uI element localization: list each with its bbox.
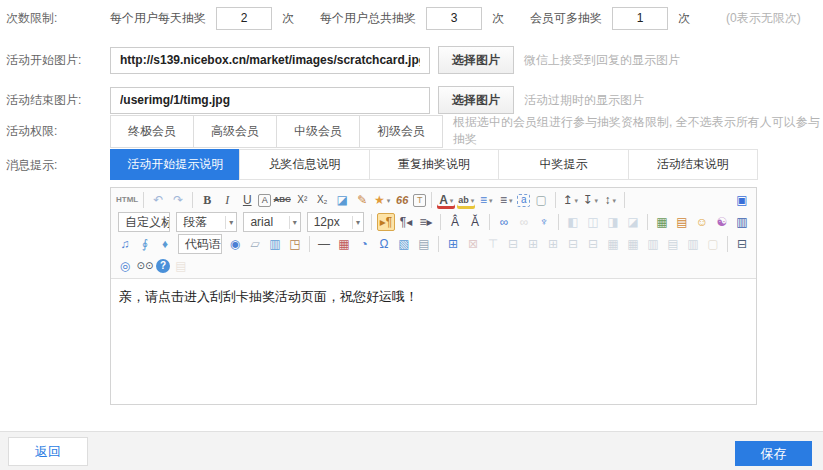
editor-toolbar: HTML↶↷BIUAABCX²X₂◪✎★▾66TA▾ab▾≡▾≡▾a▢↥▾↧▾↕… [111, 188, 756, 279]
save-button[interactable]: 保存 [735, 441, 812, 466]
start-image-input[interactable] [110, 47, 430, 74]
insert-row-icon: ⊞ [524, 235, 542, 253]
font-size-select[interactable]: 12px▾ [307, 212, 364, 232]
insert-link-icon[interactable]: ∞ [495, 213, 513, 231]
insert-music-icon[interactable]: ♫ [116, 235, 134, 253]
ltr-paragraph-icon[interactable]: ¶◂ [397, 213, 415, 231]
paragraph-top-spacing-icon[interactable]: ↥▾ [561, 191, 579, 209]
member-group-button-3[interactable]: 中级会员 [276, 115, 360, 148]
remove-format-icon[interactable]: ◪ [333, 191, 351, 209]
insert-chart-icon[interactable]: ▧ [395, 235, 413, 253]
scrawl-icon[interactable]: ☯ [713, 213, 731, 231]
font-color-icon[interactable]: A▾ [437, 191, 455, 209]
message-tab-4[interactable]: 中奖提示 [498, 149, 628, 180]
insert-time-icon[interactable]: ◔ [355, 235, 373, 253]
member-group-button-4[interactable]: 初级会员 [359, 115, 443, 148]
permission-label: 活动权限: [0, 123, 110, 140]
insert-columns-icon[interactable]: ▥ [266, 235, 284, 253]
delete-row-icon: ⊟ [564, 235, 582, 253]
help-icon[interactable]: ? [156, 259, 170, 273]
member-group-button-2[interactable]: 高级会员 [193, 115, 277, 148]
message-tab-2[interactable]: 兑奖信息说明 [239, 149, 369, 180]
special-character-icon[interactable]: Ω [375, 235, 393, 253]
total-input[interactable] [426, 7, 482, 30]
font-family-select[interactable]: arial▾ [243, 212, 300, 232]
snapshot-icon[interactable]: ▱ [246, 235, 264, 253]
view-source-icon[interactable]: HTML [116, 191, 138, 209]
blockquote-icon[interactable]: 66 [393, 191, 411, 209]
permission-row: 活动权限: 终极会员高级会员中级会员初级会员 根据选中的会员组进行参与抽奖资格限… [0, 116, 823, 146]
end-image-label: 活动结束图片: [0, 92, 110, 109]
to-uppercase-icon[interactable]: Â [446, 213, 464, 231]
rich-text-editor: HTML↶↷BIUAABCX²X₂◪✎★▾66TA▾ab▾≡▾≡▾a▢↥▾↧▾↕… [110, 187, 757, 405]
photo-album-icon[interactable]: ▤ [673, 213, 691, 231]
insert-date-icon[interactable]: ▦ [335, 235, 353, 253]
start-image-row: 活动开始图片: 选择图片 微信上接受到回复的显示图片 [0, 45, 823, 75]
insert-video-icon[interactable]: ▥ [733, 213, 751, 231]
back-button[interactable]: 返回 [8, 437, 88, 466]
anchor-icon[interactable]: a [517, 194, 530, 207]
paragraph-format-select[interactable]: 段落▾ [176, 212, 237, 232]
emoji-icon[interactable]: ☺ [693, 213, 711, 231]
insert-image-icon[interactable]: ▦ [653, 213, 671, 231]
end-image-input[interactable] [110, 87, 430, 114]
merge-cells-down-icon: ▦ [624, 235, 642, 253]
underline-icon[interactable]: U [238, 191, 256, 209]
remove-link-icon: ∞ [515, 213, 533, 231]
subscript-icon[interactable]: X₂ [313, 191, 331, 209]
horizontal-rule-icon[interactable]: — [315, 235, 333, 253]
custom-title-select[interactable]: 自定义标题▾ [118, 212, 170, 232]
google-map-icon[interactable]: ◉ [226, 235, 244, 253]
message-tab-3[interactable]: 重复抽奖说明 [369, 149, 499, 180]
image-inline-icon: ◪ [624, 213, 642, 231]
superscript-icon[interactable]: X² [293, 191, 311, 209]
paragraph-indent-icon[interactable]: ≡▸ [417, 213, 435, 231]
font-border-icon[interactable]: A [258, 194, 271, 207]
start-image-pick-button[interactable]: 选择图片 [438, 46, 514, 74]
insert-table-icon[interactable]: ⊞ [444, 235, 462, 253]
preview-icon[interactable]: ◎ [116, 257, 134, 275]
line-height-icon[interactable]: ↕▾ [601, 191, 619, 209]
auto-typeset-icon[interactable]: ★▾ [373, 191, 391, 209]
strikethrough-icon[interactable]: ABC [273, 191, 291, 209]
end-image-hint: 活动过期时的显示图片 [524, 92, 644, 109]
paragraph-bottom-spacing-icon[interactable]: ↧▾ [581, 191, 599, 209]
redo-icon[interactable]: ↷ [169, 191, 187, 209]
screenshot-icon[interactable]: ◳ [286, 235, 304, 253]
insert-anchor-icon[interactable]: ♆ [535, 213, 553, 231]
per-day-input[interactable] [216, 7, 272, 30]
insert-attachment-icon[interactable]: ∮ [136, 235, 154, 253]
member-extra-input[interactable] [612, 7, 668, 30]
image-align-right-icon: ◨ [604, 213, 622, 231]
rtl-paragraph-icon[interactable]: ▸¶ [377, 213, 395, 231]
end-image-pick-button[interactable]: 选择图片 [438, 86, 514, 114]
message-tab-1[interactable]: 活动开始提示说明 [110, 149, 240, 180]
undo-icon[interactable]: ↶ [149, 191, 167, 209]
member-group-button-1[interactable]: 终极会员 [110, 115, 194, 148]
editor-content[interactable]: 亲，请点击进入刮刮卡抽奖活动页面，祝您好运哦！ [111, 279, 756, 404]
unordered-list-icon[interactable]: ≡▾ [497, 191, 515, 209]
table-title-row-icon: ⊟ [504, 235, 522, 253]
message-tab-5[interactable]: 活动结束说明 [628, 149, 758, 180]
toolbar-separator [489, 214, 490, 230]
insert-map-icon[interactable]: ♦ [156, 235, 174, 253]
toolbar-separator [555, 192, 556, 208]
paste-text-icon[interactable]: T [413, 194, 426, 207]
bold-icon[interactable]: B [198, 191, 216, 209]
highlight-color-icon[interactable]: ab▾ [457, 191, 475, 209]
insert-column-icon: ⊞ [544, 235, 562, 253]
to-lowercase-icon[interactable]: Ǎ [466, 213, 484, 231]
new-document-icon[interactable]: ▢ [532, 191, 550, 209]
toolbar-separator [440, 214, 441, 230]
italic-icon[interactable]: I [218, 191, 236, 209]
insert-form-icon[interactable]: ▤ [415, 235, 433, 253]
toolbar-separator [431, 192, 432, 208]
image-align-center-icon: ◫ [584, 213, 602, 231]
code-language-select[interactable]: 代码语言▾ [178, 234, 222, 254]
print-icon[interactable]: ⊟ [733, 235, 751, 253]
merge-cells-icon: ▥ [644, 235, 662, 253]
find-replace-icon[interactable]: ⊙⊙ [136, 257, 154, 275]
ordered-list-icon[interactable]: ≡▾ [477, 191, 495, 209]
format-brush-icon[interactable]: ✎ [353, 191, 371, 209]
fullscreen-icon[interactable]: ▣ [733, 191, 751, 209]
